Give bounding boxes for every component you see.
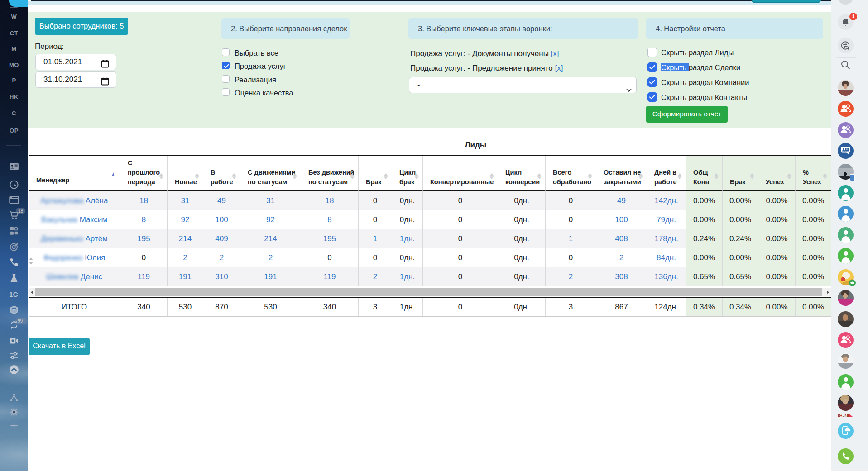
svg-text:1С: 1С <box>9 290 18 298</box>
